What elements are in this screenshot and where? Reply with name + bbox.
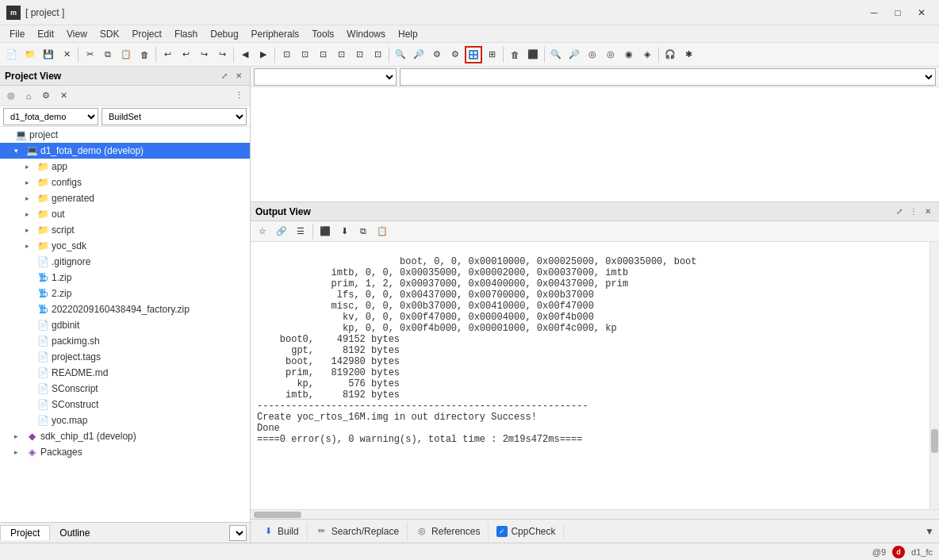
tb-b2[interactable]: ⊡ [296, 46, 313, 63]
menu-view[interactable]: View [60, 27, 94, 41]
tree-item-d1fota[interactable]: ▾ 💻 d1_fota_demo (develop) [0, 143, 250, 159]
panel-close-btn[interactable]: ✕ [232, 70, 245, 82]
output-tb-copy[interactable]: ⧉ [355, 223, 372, 240]
tab-project[interactable]: Project [0, 525, 50, 540]
tb-build-highlighted[interactable] [465, 46, 482, 63]
editor-file-dropdown[interactable] [254, 68, 397, 86]
close-button[interactable]: ✕ [910, 5, 933, 21]
tb-search2[interactable]: 🔎 [410, 46, 427, 63]
tb-star[interactable]: ✱ [680, 46, 697, 63]
tree-item-generated[interactable]: ▸ 📁 generated [0, 190, 250, 206]
output-content[interactable]: boot, 0, 0, 0x00010000, 0x00025000, 0x00… [251, 242, 929, 509]
output-scrollbar-h[interactable] [251, 509, 939, 519]
output-expand-btn[interactable]: ⤢ [893, 205, 906, 218]
tree-item-gitignore[interactable]: 📄 .gitignore [0, 254, 250, 270]
tb-b10[interactable]: ⬛ [524, 46, 542, 63]
menu-help[interactable]: Help [392, 27, 424, 41]
menu-peripherals[interactable]: Peripherals [245, 27, 306, 41]
tb-b8[interactable]: ⚙ [447, 46, 464, 63]
tb-headset[interactable]: 🎧 [661, 46, 679, 63]
proj-tb-home[interactable]: ⌂ [21, 88, 36, 104]
tree-item-sconscript[interactable]: 📄 SConscript [0, 381, 250, 397]
tree-item-projecttags[interactable]: 📄 project.tags [0, 349, 250, 365]
tb-b1[interactable]: ⊡ [278, 46, 295, 63]
output-tb-star[interactable]: ☆ [254, 223, 271, 240]
tb-b14[interactable]: ◈ [638, 46, 656, 63]
tb-b5[interactable]: ⊡ [351, 46, 368, 63]
tab-build[interactable]: ⬇ Build [254, 522, 308, 541]
tb-save[interactable]: 💾 [40, 46, 57, 63]
tb-undo[interactable]: ↩ [159, 46, 176, 63]
tree-item-readme[interactable]: 📄 README.md [0, 365, 250, 381]
output-tb-list[interactable]: ☰ [292, 223, 309, 240]
tb-b9[interactable]: ⊞ [483, 46, 500, 63]
tb-close[interactable]: ✕ [58, 46, 75, 63]
menu-edit[interactable]: Edit [31, 27, 60, 41]
tb-redo[interactable]: ↪ [195, 46, 213, 63]
buildset-dropdown[interactable]: BuildSet [102, 108, 247, 125]
tab-cppcheck[interactable]: ✓ CppCheck [489, 523, 564, 540]
menu-flash[interactable]: Flash [168, 27, 204, 41]
tb-search[interactable]: 🔍 [392, 46, 409, 63]
tab-references[interactable]: ◎ References [408, 522, 489, 541]
tb-new[interactable]: 📄 [3, 46, 21, 63]
tab-search-replace[interactable]: ✏ Search/Replace [308, 522, 408, 541]
tb-forward[interactable]: ▶ [255, 46, 272, 63]
minimize-button[interactable]: ─ [863, 5, 885, 21]
tb-back[interactable]: ◀ [236, 46, 254, 63]
menu-debug[interactable]: Debug [204, 27, 244, 41]
menu-file[interactable]: File [3, 27, 31, 41]
tree-item-2zip[interactable]: 🗜 2.zip [0, 286, 250, 301]
tree-item-script[interactable]: ▸ 📁 script [0, 222, 250, 238]
tree-item-packimg[interactable]: 📄 packimg.sh [0, 333, 250, 349]
tree-item-yocmap[interactable]: 📄 yoc.map [0, 412, 250, 428]
tabbar-arrow[interactable]: ▼ [923, 525, 936, 538]
output-tb-paste[interactable]: 📋 [374, 223, 391, 240]
project-dropdown[interactable]: d1_fota_demo [3, 108, 98, 125]
tb-open[interactable]: 📁 [21, 46, 39, 63]
outline-dropdown[interactable] [229, 525, 247, 541]
tree-item-sconstruct[interactable]: 📄 SConstruct [0, 397, 250, 412]
tree-item-yocsdk[interactable]: ▸ 📁 yoc_sdk [0, 238, 250, 254]
tb-cut[interactable]: ✂ [81, 46, 98, 63]
tab-outline[interactable]: Outline [50, 526, 99, 540]
tb-b3[interactable]: ⊡ [314, 46, 332, 63]
proj-tb-filter[interactable]: ⋮ [231, 88, 247, 104]
tree-item-gdbinit[interactable]: 📄 gdbinit [0, 317, 250, 333]
output-scrollbar-v[interactable] [929, 242, 939, 509]
menu-tools[interactable]: Tools [305, 27, 340, 41]
maximize-button[interactable]: □ [887, 5, 909, 21]
menu-windows[interactable]: Windows [340, 27, 392, 41]
tb-paste[interactable]: 📋 [117, 46, 135, 63]
tree-item-1zip[interactable]: 🗜 1.zip [0, 270, 250, 286]
tb-b6[interactable]: ⊡ [369, 46, 386, 63]
output-tb-download[interactable]: ⬇ [335, 223, 353, 240]
proj-tb-close[interactable]: ✕ [56, 88, 71, 104]
output-menu-btn[interactable]: ⋮ [907, 205, 920, 218]
tb-zoom-out[interactable]: 🔎 [565, 46, 583, 63]
proj-tb-settings[interactable]: ⚙ [38, 88, 54, 104]
scrollbar-thumb-h[interactable] [254, 512, 301, 518]
tree-item-configs[interactable]: ▸ 📁 configs [0, 175, 250, 190]
tb-b4[interactable]: ⊡ [332, 46, 350, 63]
tree-item-app[interactable]: ▸ 📁 app [0, 159, 250, 175]
tree-item-out[interactable]: ▸ 📁 out [0, 206, 250, 222]
tb-b12[interactable]: ◎ [602, 46, 619, 63]
tb-b11[interactable]: ◎ [584, 46, 601, 63]
tb-redo2[interactable]: ↪ [213, 46, 231, 63]
tb-zoom-in[interactable]: 🔍 [547, 46, 565, 63]
tree-item-project[interactable]: 💻 project [0, 127, 250, 143]
tb-copy[interactable]: ⧉ [99, 46, 117, 63]
tree-item-packages[interactable]: ▸ ◈ Packages [0, 444, 250, 460]
output-close-btn[interactable]: ✕ [922, 205, 934, 218]
panel-expand-btn[interactable]: ⤢ [218, 70, 231, 82]
tb-b13[interactable]: ◉ [620, 46, 638, 63]
scrollbar-thumb-v[interactable] [931, 429, 938, 453]
output-tb-link[interactable]: 🔗 [273, 223, 290, 240]
tree-item-sdkchip[interactable]: ▸ ◆ sdk_chip_d1 (develop) [0, 428, 250, 444]
editor-symbol-dropdown[interactable] [400, 68, 936, 86]
tb-delete[interactable]: 🗑 [136, 46, 153, 63]
tree-item-factoryzip[interactable]: 🗜 20220209160438494_factory.zip [0, 301, 250, 317]
tb-delete2[interactable]: 🗑 [506, 46, 523, 63]
tb-b7[interactable]: ⚙ [428, 46, 446, 63]
